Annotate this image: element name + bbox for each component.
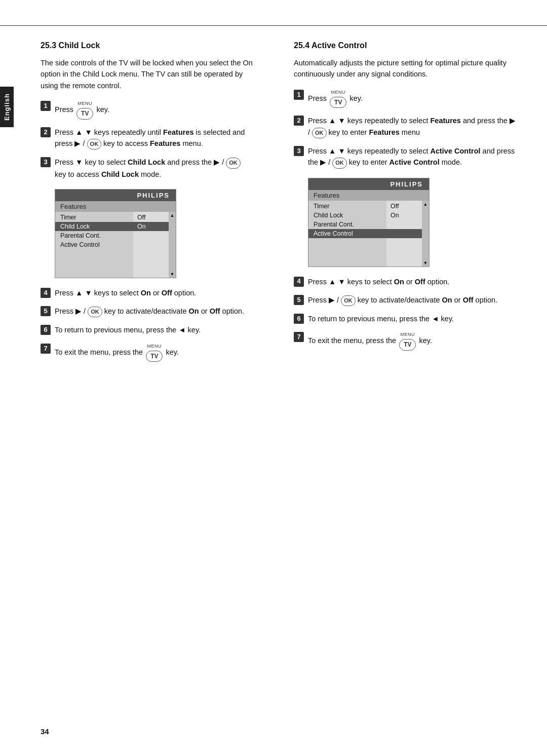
left-menu-item-parental: Parental Cont. — [55, 231, 133, 240]
left-step-6: 6 To return to previous menu, press the … — [41, 324, 253, 335]
right-column: 25.4 Active Control Automatically adjust… — [274, 26, 547, 384]
left-menu-items: Timer Child Lock Parental Cont. Active C… — [55, 212, 133, 278]
step-number-7: 7 — [41, 344, 51, 354]
menu-label-7: MENU — [147, 343, 162, 350]
step-7-content: To exit the menu, press the MENU TV key. — [55, 343, 253, 362]
left-val-blank1 — [133, 249, 169, 258]
right-menu-label-7: MENU — [401, 331, 415, 338]
ok-button-5: OK — [88, 307, 102, 317]
right-menu-item-activecontrol: Active Control — [308, 229, 386, 238]
right-section-intro: Automatically adjusts the picture settin… — [294, 57, 517, 80]
right-step-1-content: Press MENU TV key. — [308, 89, 517, 108]
right-step-2-content: Press ▲ ▼ keys repeatedly to select Feat… — [308, 115, 517, 138]
right-menu-item-parental: Parental Cont. — [308, 220, 386, 229]
step-number-6: 6 — [41, 325, 51, 335]
right-tv-button-7: TV — [399, 339, 416, 351]
scroll-down-icon: ▼ — [170, 272, 175, 277]
left-menu-item-childlock: Child Lock — [55, 222, 133, 231]
left-step-2: 2 Press ▲ ▼ keys repeatedly until Featur… — [41, 127, 253, 150]
right-menu-item-blank2 — [308, 247, 386, 256]
right-menu-body: Timer Child Lock Parental Cont. Active C… — [308, 201, 429, 267]
menu-label-1: MENU — [78, 100, 93, 107]
right-step-number-3: 3 — [294, 146, 304, 156]
english-tab: English — [0, 87, 14, 127]
scroll-up-icon: ▲ — [170, 213, 175, 218]
right-step-2: 2 Press ▲ ▼ keys repeatedly to select Fe… — [294, 115, 517, 138]
menu-tv-button-7: MENU TV — [146, 343, 163, 362]
tv-button-1: TV — [76, 108, 93, 120]
ok-button-3: OK — [226, 158, 241, 168]
left-val-parental — [133, 231, 169, 240]
left-menu-body: Timer Child Lock Parental Cont. Active C… — [55, 212, 176, 278]
right-step-6-content: To return to previous menu, press the ◄ … — [308, 313, 517, 324]
step-number-3: 3 — [41, 157, 51, 167]
ok-button-2: OK — [87, 139, 102, 149]
left-menu-values: Off On — [133, 212, 169, 278]
left-menu-item-blank1 — [55, 249, 133, 258]
right-step-5: 5 Press ▶ / OK key to activate/deactivat… — [294, 294, 517, 306]
left-features-row: Features — [55, 201, 176, 212]
right-step-7-content: To exit the menu, press the MENU TV key. — [308, 331, 517, 351]
left-step-3: 3 Press ▼ key to select Child Lock and p… — [41, 157, 253, 180]
right-step-1: 1 Press MENU TV key. — [294, 89, 517, 108]
right-step-number-4: 4 — [294, 277, 304, 287]
step-2-content: Press ▲ ▼ keys repeatedly until Features… — [55, 127, 253, 150]
right-scroll: ▲ ▼ — [422, 201, 429, 267]
left-menu-item-blank3 — [55, 268, 133, 277]
right-menu-item-timer: Timer — [308, 202, 386, 211]
step-number-2: 2 — [41, 127, 51, 137]
right-menu-items: Timer Child Lock Parental Cont. Active C… — [308, 201, 386, 267]
left-step-1: 1 Press MENU TV key. — [41, 100, 253, 120]
right-val-parental — [386, 220, 422, 229]
right-menu-item-childlock: Child Lock — [308, 211, 386, 220]
right-tv-button-1: TV — [330, 97, 346, 108]
right-step-6: 6 To return to previous menu, press the … — [294, 313, 517, 324]
left-val-childlock: On — [133, 222, 169, 231]
tv-button-7: TV — [146, 351, 163, 362]
right-section-title: 25.4 Active Control — [294, 41, 517, 50]
right-step-number-2: 2 — [294, 116, 304, 126]
right-menu-item-blank1 — [308, 238, 386, 247]
right-val-timer: Off — [386, 202, 422, 211]
left-section-title: 25.3 Child Lock — [41, 41, 253, 50]
left-scroll: ▲ ▼ — [169, 212, 176, 278]
left-step-7: 7 To exit the menu, press the MENU TV ke… — [41, 343, 253, 362]
page: English 25.3 Child Lock The side control… — [0, 0, 547, 756]
right-step-number-6: 6 — [294, 314, 304, 324]
step-5-content: Press ▶ / OK key to activate/deactivate … — [55, 306, 253, 317]
step-number-5: 5 — [41, 306, 51, 316]
right-val-childlock: On — [386, 211, 422, 220]
left-section-intro: The side controls of the TV will be lock… — [41, 57, 253, 91]
right-menu-item-blank3 — [308, 256, 386, 266]
right-philips-menu: PHILIPS Features Timer Child Lock Parent… — [308, 178, 429, 267]
right-val-blank2 — [386, 247, 422, 256]
step-1-content: Press MENU TV key. — [55, 100, 253, 120]
left-menu-item-blank2 — [55, 258, 133, 268]
step-number-4: 4 — [41, 288, 51, 298]
left-val-blank3 — [133, 268, 169, 277]
right-ok-button-2: OK — [312, 128, 327, 138]
right-menu-tv-button-7: MENU TV — [399, 331, 416, 351]
left-step-5: 5 Press ▶ / OK key to activate/deactivat… — [41, 306, 253, 317]
right-ok-button-5: OK — [341, 295, 356, 306]
left-val-blank2 — [133, 258, 169, 268]
right-step-4-content: Press ▲ ▼ keys to select On or Off optio… — [308, 276, 517, 287]
left-menu-item-activecontrol: Active Control — [55, 240, 133, 249]
right-step-7: 7 To exit the menu, press the MENU TV ke… — [294, 331, 517, 351]
left-philips-menu: PHILIPS Features Timer Child Lock Parent… — [55, 189, 176, 278]
right-step-number-7: 7 — [294, 332, 304, 342]
step-6-content: To return to previous menu, press the ◄ … — [55, 324, 253, 335]
right-step-4: 4 Press ▲ ▼ keys to select On or Off opt… — [294, 276, 517, 287]
right-step-number-1: 1 — [294, 90, 304, 100]
right-menu-label-1: MENU — [331, 89, 346, 96]
left-step-4: 4 Press ▲ ▼ keys to select On or Off opt… — [41, 287, 253, 298]
right-ok-button-3: OK — [332, 158, 347, 168]
top-dividers — [0, 20, 547, 26]
right-step-number-5: 5 — [294, 295, 304, 305]
right-step-3: 3 Press ▲ ▼ keys repeatedly to select Ac… — [294, 145, 517, 169]
left-menu-item-timer: Timer — [55, 213, 133, 222]
left-column: English 25.3 Child Lock The side control… — [0, 26, 274, 384]
step-number-1: 1 — [41, 101, 51, 111]
page-number: 34 — [41, 727, 49, 736]
left-val-timer: Off — [133, 213, 169, 222]
